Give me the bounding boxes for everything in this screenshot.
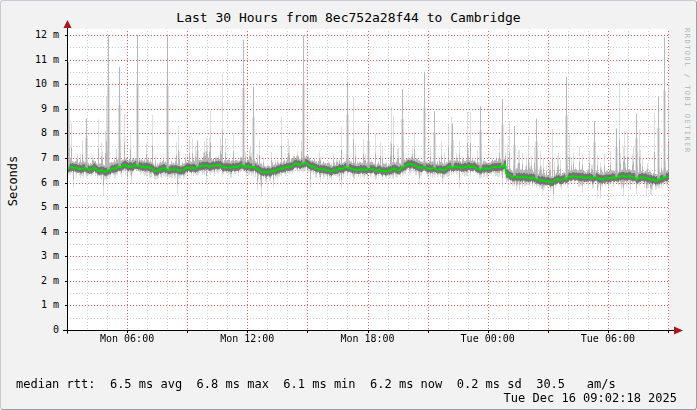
y-tick-label: 11 m bbox=[3, 54, 59, 66]
timestamp: Tue Dec 16 09:02:18 2025 bbox=[504, 391, 677, 405]
y-tick-label: 8 m bbox=[3, 127, 59, 139]
y-tick-label: 12 m bbox=[3, 29, 59, 41]
y-tick-label: 9 m bbox=[3, 103, 59, 115]
y-tick-label: 1 m bbox=[3, 299, 59, 311]
latency-plot-canvas bbox=[61, 19, 683, 341]
x-tick-label: Tue 06:00 bbox=[566, 333, 650, 345]
x-tick-label: Tue 00:00 bbox=[446, 333, 530, 345]
median-rtt-row: median rtt: 6.5 ms avg 6.8 ms max 6.1 ms… bbox=[16, 377, 616, 391]
y-tick-label: 7 m bbox=[3, 152, 59, 164]
y-tick-label: 5 m bbox=[3, 201, 59, 213]
y-tick-label: 4 m bbox=[3, 226, 59, 238]
rrdtool-watermark: RRDTOOL / TOBI OETIKER bbox=[683, 28, 691, 154]
x-tick-label: Mon 18:00 bbox=[326, 333, 410, 345]
y-tick-label: 2 m bbox=[3, 275, 59, 287]
y-tick-label: 3 m bbox=[3, 250, 59, 262]
median-rtt-label: median rtt: bbox=[16, 377, 110, 391]
x-tick-label: Mon 12:00 bbox=[205, 333, 289, 345]
y-tick-label: 10 m bbox=[3, 78, 59, 90]
x-tick-label: Mon 06:00 bbox=[85, 333, 169, 345]
y-tick-label: 0 bbox=[3, 324, 59, 336]
smokeping-graph-window: Last 30 Hours from 8ec752a28f44 to Cambr… bbox=[0, 0, 697, 410]
median-rtt-values: 6.5 ms avg 6.8 ms max 6.1 ms min 6.2 ms … bbox=[110, 377, 616, 391]
y-tick-label: 6 m bbox=[3, 177, 59, 189]
